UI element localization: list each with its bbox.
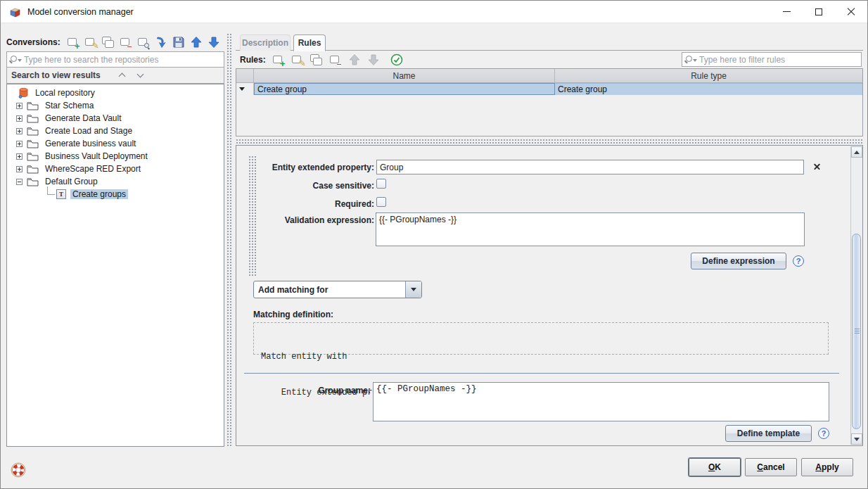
vertical-splitter[interactable] xyxy=(226,33,233,447)
copy-conversion-icon[interactable] xyxy=(102,36,115,49)
save-conversions-icon[interactable] xyxy=(172,36,185,49)
expand-icon[interactable] xyxy=(16,153,23,160)
tree-item-folder[interactable]: Generate business vault xyxy=(7,137,224,150)
chevron-down-icon xyxy=(411,288,416,291)
validate-rules-icon[interactable] xyxy=(390,53,403,66)
tree-connector xyxy=(47,186,55,195)
tab-rules[interactable]: Rules xyxy=(293,34,326,51)
expand-icon[interactable] xyxy=(16,166,23,172)
ok-button[interactable]: OK xyxy=(689,458,741,476)
move-rule-up-icon xyxy=(348,53,361,66)
entity-extended-property-input[interactable] xyxy=(376,160,804,174)
remove-match-icon[interactable] xyxy=(812,162,822,171)
table-row-selected[interactable]: Create group Create group xyxy=(236,83,862,95)
conversions-toolbar-label: Conversions: xyxy=(6,37,60,47)
expand-icon[interactable] xyxy=(16,141,23,147)
help-expression-icon[interactable]: ? xyxy=(793,255,804,267)
help-lifebuoy-icon[interactable] xyxy=(11,462,26,478)
tab-description[interactable]: Description xyxy=(240,34,291,51)
folder-icon xyxy=(27,139,39,148)
define-template-button[interactable]: Define template xyxy=(725,425,812,442)
minimize-button[interactable] xyxy=(770,1,803,23)
new-rule-icon[interactable]: + xyxy=(272,53,285,66)
tree-item-folder[interactable]: Default Group xyxy=(7,175,224,188)
tree-item-folder[interactable]: Generate Data Vault xyxy=(7,112,224,125)
app-icon xyxy=(9,6,21,18)
move-down-icon[interactable] xyxy=(208,36,220,49)
import-conversion-icon[interactable] xyxy=(155,36,167,49)
required-label: Required: xyxy=(250,199,374,209)
rules-toolbar-label: Rules: xyxy=(240,55,266,65)
tree-item-folder[interactable]: WhereScape RED Export xyxy=(7,163,224,175)
new-conversion-icon[interactable]: + xyxy=(67,36,79,49)
tab-bar: Description Rules xyxy=(236,34,863,51)
window-title: Model conversion manager xyxy=(27,7,134,17)
rules-filter-box xyxy=(682,52,862,67)
apply-button[interactable]: Apply xyxy=(801,458,853,476)
define-expression-button[interactable]: Define expression xyxy=(691,253,786,269)
previous-result-icon[interactable] xyxy=(119,73,126,78)
tree-item-repository[interactable]: Local repository xyxy=(7,87,224,99)
folder-icon xyxy=(27,127,39,136)
rule-detail-form: Entity extended property: Case sensitive… xyxy=(236,145,863,446)
titlebar: Model conversion manager xyxy=(1,1,867,23)
filter-icon xyxy=(682,54,698,65)
tree-item-folder[interactable]: Business Vault Deployment xyxy=(7,150,224,163)
folder-icon xyxy=(27,177,39,186)
scroll-up-icon[interactable] xyxy=(851,146,862,158)
folder-icon xyxy=(27,165,39,174)
column-rule-type[interactable]: Rule type xyxy=(555,69,862,82)
collapse-icon[interactable] xyxy=(16,179,23,185)
maximize-button[interactable] xyxy=(803,1,835,23)
row-selector-cell[interactable] xyxy=(236,83,254,95)
group-name-input[interactable]: {{- PGroupNames -}} xyxy=(373,382,829,421)
help-template-icon[interactable]: ? xyxy=(818,428,829,439)
rule-name-cell[interactable]: Create group xyxy=(254,83,555,95)
preview-conversion-icon[interactable] xyxy=(137,36,150,49)
row-arrow-icon xyxy=(239,87,245,91)
expand-icon[interactable] xyxy=(16,128,23,134)
case-sensitive-checkbox[interactable] xyxy=(376,179,386,189)
rules-table-header: Name Rule type xyxy=(236,69,862,83)
rule-type-cell[interactable]: Create group xyxy=(555,83,862,95)
dropdown-arrow-button[interactable] xyxy=(405,281,421,298)
rules-table: Name Rule type Create group Create group xyxy=(236,68,863,136)
delete-conversion-icon[interactable] xyxy=(120,36,132,49)
section-divider xyxy=(244,373,839,374)
entity-extended-property-label: Entity extended property: xyxy=(250,163,374,172)
tree-item-folder[interactable]: Create Load and Stage xyxy=(7,125,224,137)
cancel-button[interactable]: Cancel xyxy=(745,458,797,476)
tree-item-rule-selected[interactable]: T Create groups xyxy=(7,188,224,201)
delete-rule-icon[interactable] xyxy=(329,53,342,66)
next-result-icon[interactable] xyxy=(137,73,144,78)
folder-icon xyxy=(27,152,39,161)
move-rule-down-icon xyxy=(367,53,380,66)
horizontal-splitter[interactable] xyxy=(236,139,863,144)
search-results-header: Search to view results xyxy=(6,68,224,84)
repository-icon xyxy=(18,87,29,99)
form-scrollbar-thumb[interactable] xyxy=(852,234,861,429)
edit-conversion-icon[interactable]: ✎ xyxy=(84,36,97,49)
repository-search-input[interactable] xyxy=(23,55,224,65)
matching-definition-box: Match entity with Entity extended proper… xyxy=(253,322,829,355)
move-up-icon[interactable] xyxy=(190,36,203,49)
tree-item-folder[interactable]: Star Schema xyxy=(7,99,224,112)
rules-filter-input[interactable] xyxy=(698,55,861,65)
group-name-label: Group name: xyxy=(250,386,371,395)
folder-icon xyxy=(27,101,39,110)
copy-rule-icon[interactable] xyxy=(310,53,323,66)
scroll-down-icon[interactable] xyxy=(851,433,862,445)
repository-search-box xyxy=(6,51,224,68)
conversion-tree: Local repository Star Schema Generate Da… xyxy=(6,84,224,447)
expand-icon[interactable] xyxy=(16,115,23,122)
edit-rule-icon[interactable]: ✎ xyxy=(291,53,304,66)
expand-icon[interactable] xyxy=(16,103,23,109)
validation-expression-input[interactable]: {{- PGroupNames -}} xyxy=(376,212,805,246)
column-name[interactable]: Name xyxy=(254,69,555,82)
matching-definition-label: Matching definition: xyxy=(253,310,394,319)
form-scrollbar[interactable] xyxy=(850,146,862,445)
close-button[interactable] xyxy=(835,1,867,23)
add-matching-for-dropdown[interactable]: Add matching for xyxy=(253,281,422,298)
required-checkbox[interactable] xyxy=(376,197,386,207)
case-sensitive-label: Case sensitive: xyxy=(250,181,374,191)
